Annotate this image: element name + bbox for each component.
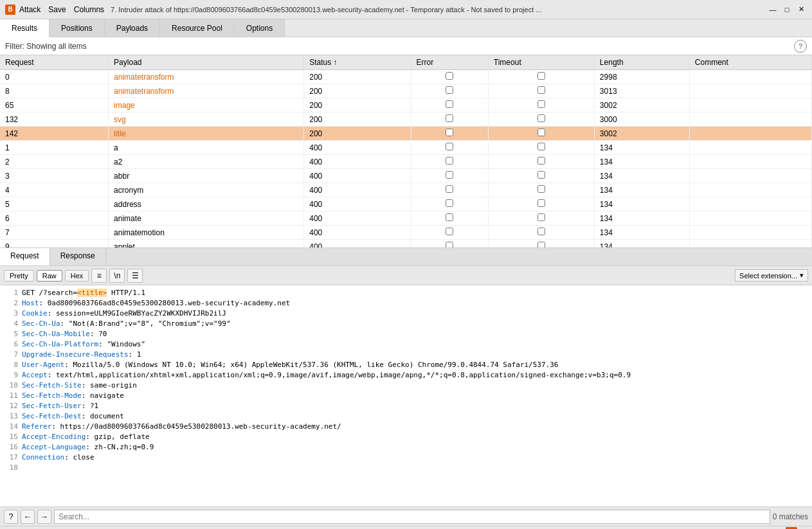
cell-request: 5: [0, 197, 109, 211]
code-line: 17Connection: close: [5, 453, 807, 463]
line-content: Accept-Encoding: gzip, deflate: [22, 432, 807, 442]
newline-button[interactable]: \n: [109, 269, 125, 283]
search-forward-button[interactable]: →: [37, 510, 51, 524]
table-row[interactable]: 65 image 200 3002: [0, 98, 812, 112]
error-checkbox[interactable]: [446, 228, 453, 235]
cell-timeout: [488, 226, 594, 240]
timeout-checkbox[interactable]: [537, 72, 545, 80]
timeout-checkbox[interactable]: [537, 86, 545, 94]
tab-resource-pool[interactable]: Resource Pool: [160, 19, 235, 37]
cell-payload: animatetransform: [109, 84, 304, 98]
cell-error: [411, 70, 488, 84]
minimize-button[interactable]: —: [767, 4, 779, 15]
col-length[interactable]: Length: [594, 55, 689, 70]
timeout-checkbox[interactable]: [537, 213, 545, 221]
filter-help-button[interactable]: ?: [794, 40, 807, 53]
tab-options[interactable]: Options: [235, 19, 285, 37]
code-line: 16Accept-Language: zh-CN,zh;q=0.9: [5, 442, 807, 453]
col-comment[interactable]: Comment: [689, 55, 811, 70]
timeout-checkbox[interactable]: [537, 185, 545, 193]
cell-status: 400: [304, 211, 411, 226]
table-row[interactable]: 7 animatemotion 400 134: [0, 226, 812, 240]
cell-error: [411, 169, 488, 183]
select-extension-button[interactable]: Select extension... ▾: [735, 269, 808, 282]
line-number: 6: [5, 339, 18, 350]
code-line: 8User-Agent: Mozilla/5.0 (Windows NT 10.…: [5, 360, 807, 370]
hex-button[interactable]: Hex: [65, 270, 89, 282]
error-checkbox[interactable]: [446, 171, 453, 179]
wrap-button[interactable]: ≡: [91, 269, 107, 283]
cell-request: 6: [0, 211, 109, 226]
menu-columns[interactable]: Columns: [74, 5, 104, 14]
table-row[interactable]: 0 animatetransform 200 2998: [0, 70, 812, 84]
error-checkbox[interactable]: [446, 86, 453, 94]
error-checkbox[interactable]: [446, 199, 453, 207]
cell-timeout: [488, 240, 594, 249]
error-checkbox[interactable]: [446, 72, 453, 80]
maximize-button[interactable]: □: [781, 4, 793, 15]
cell-payload: address: [109, 197, 304, 211]
timeout-checkbox[interactable]: [537, 143, 545, 150]
col-status[interactable]: Status ↑: [304, 55, 411, 70]
col-error[interactable]: Error: [411, 55, 488, 70]
raw-button[interactable]: Raw: [37, 270, 62, 282]
col-timeout[interactable]: Timeout: [488, 55, 594, 70]
error-checkbox[interactable]: [446, 100, 453, 108]
search-help-button[interactable]: ?: [4, 510, 18, 524]
error-checkbox[interactable]: [446, 129, 453, 136]
table-row[interactable]: 5 address 400 134: [0, 197, 812, 211]
cell-request: 0: [0, 70, 109, 84]
tab-payloads[interactable]: Payloads: [105, 19, 160, 37]
error-checkbox[interactable]: [446, 185, 453, 193]
timeout-checkbox[interactable]: [537, 100, 545, 108]
cell-length: 3002: [594, 127, 689, 141]
tab-results[interactable]: Results: [0, 19, 50, 37]
cell-status: 200: [304, 70, 411, 84]
menu-save[interactable]: Save: [48, 5, 66, 14]
line-number: 5: [5, 329, 18, 339]
error-checkbox[interactable]: [446, 242, 453, 248]
close-button[interactable]: ✕: [795, 4, 807, 15]
timeout-checkbox[interactable]: [537, 228, 545, 235]
table-row[interactable]: 1 a 400 134: [0, 141, 812, 155]
cell-status: 200: [304, 112, 411, 127]
menu-attack[interactable]: Attack: [19, 5, 41, 14]
pretty-button[interactable]: Pretty: [4, 270, 34, 282]
cell-request: 7: [0, 226, 109, 240]
table-row[interactable]: 142 title 200 3002: [0, 127, 812, 141]
tab-response[interactable]: Response: [50, 248, 106, 265]
table-row[interactable]: 6 animate 400 134: [0, 211, 812, 226]
cell-length: 134: [594, 240, 689, 249]
error-checkbox[interactable]: [446, 143, 453, 150]
tab-request[interactable]: Request: [0, 248, 50, 265]
timeout-checkbox[interactable]: [537, 171, 545, 179]
timeout-checkbox[interactable]: [537, 114, 545, 122]
timeout-checkbox[interactable]: [537, 129, 545, 136]
line-number: 4: [5, 319, 18, 329]
menu-button[interactable]: ☰: [127, 269, 143, 283]
cell-comment: [689, 197, 811, 211]
timeout-checkbox[interactable]: [537, 157, 545, 165]
search-back-button[interactable]: ←: [21, 510, 35, 524]
results-table-container: Request Payload Status ↑ Error Timeout L…: [0, 55, 812, 248]
cell-comment: [689, 84, 811, 98]
error-checkbox[interactable]: [446, 157, 453, 165]
line-number: 17: [5, 453, 18, 463]
timeout-checkbox[interactable]: [537, 242, 545, 248]
error-checkbox[interactable]: [446, 213, 453, 221]
table-row[interactable]: 3 abbr 400 134: [0, 169, 812, 183]
col-request[interactable]: Request: [0, 55, 109, 70]
table-row[interactable]: 132 svg 200 3000: [0, 112, 812, 127]
table-row[interactable]: 8 animatetransform 200 3013: [0, 84, 812, 98]
tab-positions[interactable]: Positions: [50, 19, 105, 37]
col-payload[interactable]: Payload: [109, 55, 304, 70]
cell-timeout: [488, 112, 594, 127]
search-input[interactable]: [54, 510, 770, 524]
table-row[interactable]: 2 a2 400 134: [0, 155, 812, 169]
cell-status: 400: [304, 141, 411, 155]
line-content: Connection: close: [22, 453, 807, 463]
table-row[interactable]: 9 applet 400 134: [0, 240, 812, 249]
error-checkbox[interactable]: [446, 114, 453, 122]
table-row[interactable]: 4 acronym 400 134: [0, 183, 812, 197]
timeout-checkbox[interactable]: [537, 199, 545, 207]
